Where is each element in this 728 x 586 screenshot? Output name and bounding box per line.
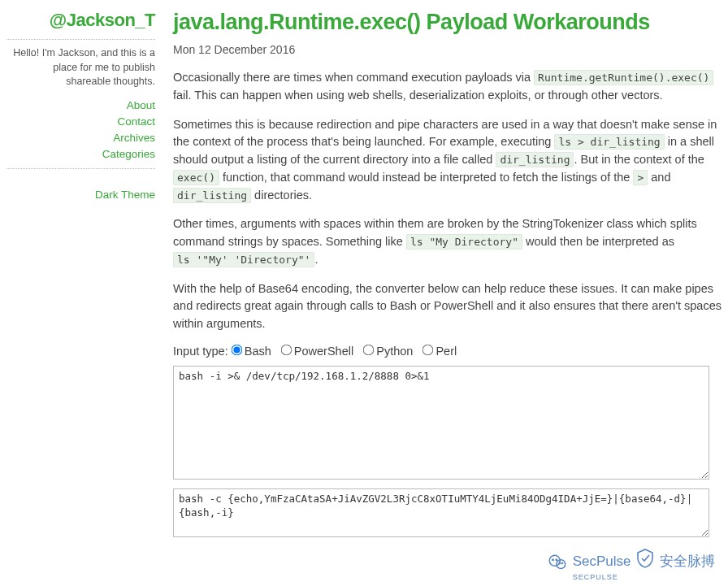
radio-bash[interactable] (231, 344, 242, 355)
paragraph-1: Occasionally there are times when comman… (173, 69, 722, 105)
code-dirlisting-2: dir_listing (173, 188, 251, 203)
text: directories. (251, 189, 312, 202)
svg-point-4 (559, 562, 560, 563)
nav-archives[interactable]: Archives (113, 132, 155, 144)
sidebar-nav: About Contact Archives Categories (6, 98, 155, 163)
radio-powershell-text: PowerShell (294, 345, 353, 358)
nav-contact[interactable]: Contact (117, 115, 155, 128)
article-date: Mon 12 December 2016 (173, 43, 722, 56)
code-ls-split: ls '"My' 'Directory"' (173, 252, 314, 267)
watermark-sub: SECPULSE (573, 573, 715, 581)
radio-python-label[interactable]: Python (363, 345, 413, 358)
radio-perl-text: Perl (436, 345, 457, 358)
wechat-icon (547, 552, 568, 577)
input-textarea[interactable] (173, 366, 709, 480)
tagline: Hello! I'm Jackson, and this is a place … (6, 46, 155, 89)
paragraph-4: With the help of Base64 encoding, the co… (173, 280, 722, 333)
sidebar: @Jackson_T Hello! I'm Jackson, and this … (6, 10, 165, 540)
code-gt: > (633, 170, 648, 185)
radio-bash-text: Bash (245, 345, 271, 358)
text: and (648, 171, 670, 184)
radio-perl[interactable] (422, 344, 434, 355)
radio-python-text: Python (376, 345, 413, 358)
radio-bash-label[interactable]: Bash (232, 345, 271, 358)
svg-point-5 (561, 562, 562, 563)
svg-point-3 (556, 559, 557, 561)
text: . (314, 253, 318, 266)
paragraph-2: Sometimes this is because redirection an… (173, 116, 722, 205)
watermark-brand-prefix: SecPulse (573, 553, 631, 569)
code-dirlisting: dir_listing (496, 152, 574, 167)
input-type-label: Input type: (173, 345, 232, 358)
divider (6, 168, 155, 169)
svg-point-2 (552, 559, 554, 561)
paragraph-3: Other times, arguments with spaces withi… (173, 215, 722, 268)
text: fail. This can happen when using web she… (173, 89, 663, 102)
text: . But in the context of the (574, 153, 704, 166)
nav-about[interactable]: About (127, 99, 155, 111)
text: would then be interpreted as (522, 235, 674, 248)
shield-icon (635, 548, 656, 573)
watermark-brand-cn: 安全脉搏 (660, 553, 715, 569)
text: Occasionally there are times when comman… (173, 71, 534, 84)
output-textarea[interactable] (173, 488, 709, 537)
divider (6, 39, 155, 40)
radio-python[interactable] (363, 344, 375, 355)
code-runtime-exec: Runtime.getRuntime().exec() (534, 70, 713, 85)
radio-powershell[interactable] (281, 344, 292, 355)
radio-perl-label[interactable]: Perl (422, 345, 457, 358)
dark-theme-link[interactable]: Dark Theme (95, 189, 155, 201)
text: function, that command would instead be … (219, 171, 633, 184)
radio-powershell-label[interactable]: PowerShell (281, 345, 353, 358)
code-ls-redirect: ls > dir_listing (554, 134, 664, 150)
input-type-row: Input type: Bash PowerShell Python Perl (173, 345, 722, 358)
watermark: SecPulse 安全脉搏 SECPULSE (547, 548, 715, 581)
site-handle: @Jackson_T (6, 10, 155, 31)
code-ls-mydir: ls "My Directory" (406, 234, 522, 250)
nav-categories[interactable]: Categories (102, 148, 155, 160)
article-title: java.lang.Runtime.exec() Payload Workaro… (173, 10, 722, 35)
site-handle-link[interactable]: @Jackson_T (50, 10, 155, 30)
code-exec: exec() (173, 170, 219, 185)
article: java.lang.Runtime.exec() Payload Workaro… (165, 10, 722, 540)
